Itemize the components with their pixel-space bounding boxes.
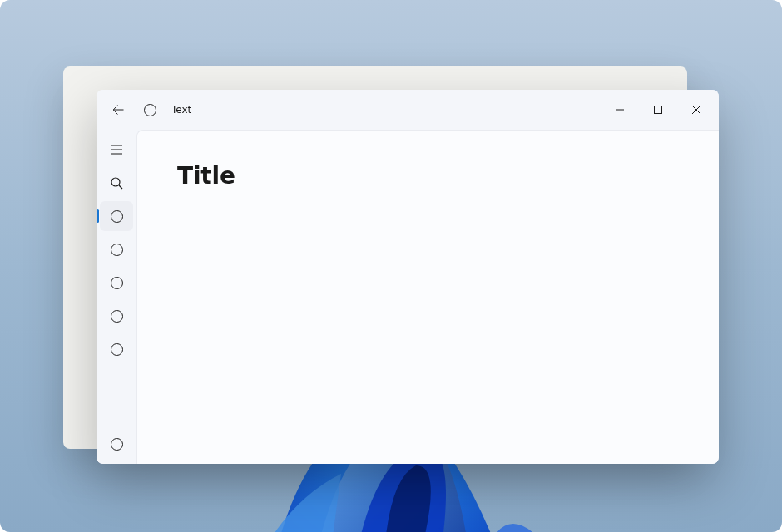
circle-icon bbox=[111, 310, 123, 323]
arrow-left-icon bbox=[112, 104, 124, 116]
maximize-icon bbox=[654, 106, 662, 114]
circle-icon bbox=[111, 343, 123, 356]
nav-item-1[interactable] bbox=[100, 201, 133, 231]
circle-icon bbox=[111, 210, 123, 223]
svg-line-9 bbox=[119, 185, 122, 189]
circle-icon bbox=[111, 438, 123, 451]
nav-menu-toggle[interactable] bbox=[100, 135, 133, 165]
nav-search[interactable] bbox=[100, 168, 133, 198]
circle-icon bbox=[111, 277, 123, 289]
app-window: Text bbox=[97, 90, 719, 464]
maximize-button[interactable] bbox=[639, 96, 677, 123]
minimize-icon bbox=[616, 106, 624, 114]
search-icon bbox=[110, 176, 123, 190]
close-icon bbox=[692, 106, 700, 114]
nav-item-4[interactable] bbox=[100, 301, 133, 331]
desktop-wallpaper: Text bbox=[0, 0, 782, 532]
svg-rect-2 bbox=[655, 106, 662, 114]
hamburger-icon bbox=[110, 143, 123, 156]
window-title: Text bbox=[171, 104, 191, 116]
svg-point-8 bbox=[111, 178, 120, 186]
nav-item-2[interactable] bbox=[100, 234, 133, 264]
nav-settings[interactable] bbox=[100, 429, 133, 459]
caption-buttons bbox=[601, 96, 715, 123]
minimize-button[interactable] bbox=[601, 96, 639, 123]
nav-item-3[interactable] bbox=[100, 268, 133, 298]
circle-icon bbox=[111, 244, 123, 256]
titlebar[interactable]: Text bbox=[97, 90, 719, 130]
close-button[interactable] bbox=[677, 96, 715, 123]
nav-item-5[interactable] bbox=[100, 334, 133, 364]
back-button[interactable] bbox=[103, 95, 133, 125]
page-title: Title bbox=[177, 162, 679, 190]
nav-rail bbox=[97, 130, 136, 464]
content-area: Title bbox=[136, 130, 719, 464]
app-icon bbox=[141, 101, 158, 118]
circle-icon bbox=[144, 104, 156, 116]
